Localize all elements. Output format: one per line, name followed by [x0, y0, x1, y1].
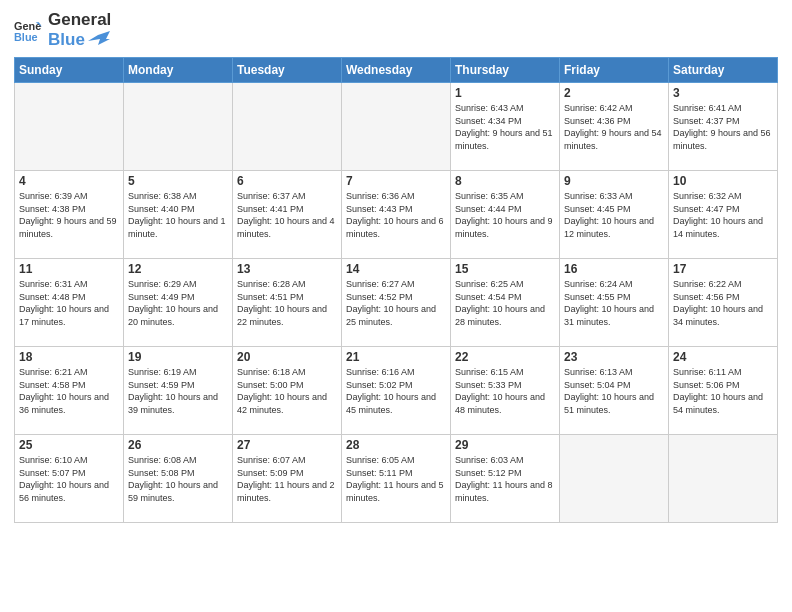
- day-info: Sunrise: 6:22 AM Sunset: 4:56 PM Dayligh…: [673, 278, 773, 328]
- calendar-cell: 2Sunrise: 6:42 AM Sunset: 4:36 PM Daylig…: [560, 83, 669, 171]
- svg-text:Blue: Blue: [14, 30, 38, 42]
- week-row-3: 18Sunrise: 6:21 AM Sunset: 4:58 PM Dayli…: [15, 347, 778, 435]
- svg-marker-3: [88, 31, 110, 45]
- day-number: 20: [237, 350, 337, 364]
- day-info: Sunrise: 6:19 AM Sunset: 4:59 PM Dayligh…: [128, 366, 228, 416]
- day-number: 11: [19, 262, 119, 276]
- calendar-cell: 21Sunrise: 6:16 AM Sunset: 5:02 PM Dayli…: [342, 347, 451, 435]
- col-header-friday: Friday: [560, 58, 669, 83]
- calendar-cell: 4Sunrise: 6:39 AM Sunset: 4:38 PM Daylig…: [15, 171, 124, 259]
- day-number: 27: [237, 438, 337, 452]
- calendar-cell: 20Sunrise: 6:18 AM Sunset: 5:00 PM Dayli…: [233, 347, 342, 435]
- calendar-cell: [669, 435, 778, 523]
- logo-general: General: [48, 10, 111, 30]
- week-row-1: 4Sunrise: 6:39 AM Sunset: 4:38 PM Daylig…: [15, 171, 778, 259]
- calendar-cell: 9Sunrise: 6:33 AM Sunset: 4:45 PM Daylig…: [560, 171, 669, 259]
- day-number: 23: [564, 350, 664, 364]
- day-info: Sunrise: 6:13 AM Sunset: 5:04 PM Dayligh…: [564, 366, 664, 416]
- col-header-sunday: Sunday: [15, 58, 124, 83]
- day-info: Sunrise: 6:38 AM Sunset: 4:40 PM Dayligh…: [128, 190, 228, 240]
- day-number: 6: [237, 174, 337, 188]
- calendar-cell: 18Sunrise: 6:21 AM Sunset: 4:58 PM Dayli…: [15, 347, 124, 435]
- day-info: Sunrise: 6:36 AM Sunset: 4:43 PM Dayligh…: [346, 190, 446, 240]
- calendar-cell: 13Sunrise: 6:28 AM Sunset: 4:51 PM Dayli…: [233, 259, 342, 347]
- day-number: 1: [455, 86, 555, 100]
- calendar-cell: 16Sunrise: 6:24 AM Sunset: 4:55 PM Dayli…: [560, 259, 669, 347]
- header: General Blue General Blue: [14, 10, 778, 49]
- week-row-4: 25Sunrise: 6:10 AM Sunset: 5:07 PM Dayli…: [15, 435, 778, 523]
- day-number: 10: [673, 174, 773, 188]
- calendar-cell: [124, 83, 233, 171]
- calendar-cell: 6Sunrise: 6:37 AM Sunset: 4:41 PM Daylig…: [233, 171, 342, 259]
- day-info: Sunrise: 6:05 AM Sunset: 5:11 PM Dayligh…: [346, 454, 446, 504]
- calendar-cell: 1Sunrise: 6:43 AM Sunset: 4:34 PM Daylig…: [451, 83, 560, 171]
- day-number: 13: [237, 262, 337, 276]
- day-info: Sunrise: 6:03 AM Sunset: 5:12 PM Dayligh…: [455, 454, 555, 504]
- day-number: 12: [128, 262, 228, 276]
- calendar-cell: 14Sunrise: 6:27 AM Sunset: 4:52 PM Dayli…: [342, 259, 451, 347]
- calendar-cell: 24Sunrise: 6:11 AM Sunset: 5:06 PM Dayli…: [669, 347, 778, 435]
- day-number: 7: [346, 174, 446, 188]
- day-number: 16: [564, 262, 664, 276]
- col-header-tuesday: Tuesday: [233, 58, 342, 83]
- day-number: 18: [19, 350, 119, 364]
- calendar-cell: 15Sunrise: 6:25 AM Sunset: 4:54 PM Dayli…: [451, 259, 560, 347]
- day-number: 26: [128, 438, 228, 452]
- calendar-cell: 28Sunrise: 6:05 AM Sunset: 5:11 PM Dayli…: [342, 435, 451, 523]
- week-row-2: 11Sunrise: 6:31 AM Sunset: 4:48 PM Dayli…: [15, 259, 778, 347]
- week-row-0: 1Sunrise: 6:43 AM Sunset: 4:34 PM Daylig…: [15, 83, 778, 171]
- day-info: Sunrise: 6:07 AM Sunset: 5:09 PM Dayligh…: [237, 454, 337, 504]
- day-number: 15: [455, 262, 555, 276]
- day-info: Sunrise: 6:25 AM Sunset: 4:54 PM Dayligh…: [455, 278, 555, 328]
- calendar-cell: 12Sunrise: 6:29 AM Sunset: 4:49 PM Dayli…: [124, 259, 233, 347]
- day-info: Sunrise: 6:35 AM Sunset: 4:44 PM Dayligh…: [455, 190, 555, 240]
- day-info: Sunrise: 6:41 AM Sunset: 4:37 PM Dayligh…: [673, 102, 773, 152]
- day-info: Sunrise: 6:21 AM Sunset: 4:58 PM Dayligh…: [19, 366, 119, 416]
- day-number: 19: [128, 350, 228, 364]
- calendar-cell: 17Sunrise: 6:22 AM Sunset: 4:56 PM Dayli…: [669, 259, 778, 347]
- calendar-cell: 26Sunrise: 6:08 AM Sunset: 5:08 PM Dayli…: [124, 435, 233, 523]
- col-header-thursday: Thursday: [451, 58, 560, 83]
- day-number: 14: [346, 262, 446, 276]
- day-number: 8: [455, 174, 555, 188]
- logo-bird-icon: [88, 31, 110, 47]
- day-number: 5: [128, 174, 228, 188]
- day-info: Sunrise: 6:10 AM Sunset: 5:07 PM Dayligh…: [19, 454, 119, 504]
- col-header-saturday: Saturday: [669, 58, 778, 83]
- calendar-cell: 10Sunrise: 6:32 AM Sunset: 4:47 PM Dayli…: [669, 171, 778, 259]
- day-info: Sunrise: 6:08 AM Sunset: 5:08 PM Dayligh…: [128, 454, 228, 504]
- calendar-cell: 8Sunrise: 6:35 AM Sunset: 4:44 PM Daylig…: [451, 171, 560, 259]
- calendar-cell: 22Sunrise: 6:15 AM Sunset: 5:33 PM Dayli…: [451, 347, 560, 435]
- day-info: Sunrise: 6:11 AM Sunset: 5:06 PM Dayligh…: [673, 366, 773, 416]
- col-header-monday: Monday: [124, 58, 233, 83]
- calendar-cell: 19Sunrise: 6:19 AM Sunset: 4:59 PM Dayli…: [124, 347, 233, 435]
- page-container: General Blue General Blue SundayMonda: [0, 0, 792, 531]
- calendar-cell: 27Sunrise: 6:07 AM Sunset: 5:09 PM Dayli…: [233, 435, 342, 523]
- logo-icon: General Blue: [14, 16, 42, 44]
- day-info: Sunrise: 6:43 AM Sunset: 4:34 PM Dayligh…: [455, 102, 555, 152]
- day-info: Sunrise: 6:18 AM Sunset: 5:00 PM Dayligh…: [237, 366, 337, 416]
- day-number: 28: [346, 438, 446, 452]
- day-number: 25: [19, 438, 119, 452]
- day-info: Sunrise: 6:16 AM Sunset: 5:02 PM Dayligh…: [346, 366, 446, 416]
- calendar-cell: 3Sunrise: 6:41 AM Sunset: 4:37 PM Daylig…: [669, 83, 778, 171]
- col-header-wednesday: Wednesday: [342, 58, 451, 83]
- day-info: Sunrise: 6:27 AM Sunset: 4:52 PM Dayligh…: [346, 278, 446, 328]
- day-number: 3: [673, 86, 773, 100]
- day-info: Sunrise: 6:37 AM Sunset: 4:41 PM Dayligh…: [237, 190, 337, 240]
- day-number: 9: [564, 174, 664, 188]
- day-info: Sunrise: 6:33 AM Sunset: 4:45 PM Dayligh…: [564, 190, 664, 240]
- calendar-cell: 25Sunrise: 6:10 AM Sunset: 5:07 PM Dayli…: [15, 435, 124, 523]
- day-info: Sunrise: 6:28 AM Sunset: 4:51 PM Dayligh…: [237, 278, 337, 328]
- logo-blue: Blue: [48, 30, 111, 50]
- day-number: 2: [564, 86, 664, 100]
- logo: General Blue General Blue: [14, 10, 111, 49]
- calendar-cell: 11Sunrise: 6:31 AM Sunset: 4:48 PM Dayli…: [15, 259, 124, 347]
- day-number: 29: [455, 438, 555, 452]
- day-info: Sunrise: 6:15 AM Sunset: 5:33 PM Dayligh…: [455, 366, 555, 416]
- calendar-cell: [560, 435, 669, 523]
- day-number: 4: [19, 174, 119, 188]
- calendar-cell: 23Sunrise: 6:13 AM Sunset: 5:04 PM Dayli…: [560, 347, 669, 435]
- calendar-cell: [342, 83, 451, 171]
- day-number: 24: [673, 350, 773, 364]
